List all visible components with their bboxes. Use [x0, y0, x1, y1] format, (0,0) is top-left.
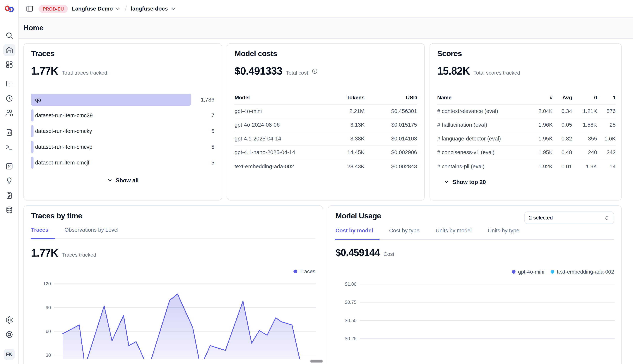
sidebar-item-exports[interactable]	[3, 204, 15, 216]
table-row[interactable]: # contextrelevance (eval)2.04K0.341.21K5…	[437, 104, 616, 118]
info-icon[interactable]	[312, 68, 318, 74]
trace-bar	[31, 141, 34, 153]
column-header: Model	[235, 94, 320, 100]
sidebar-item-dashboards[interactable]	[3, 58, 15, 71]
table-cell: gpt-4.1-nano-2025-04-14	[235, 149, 320, 156]
show-top-20-button[interactable]: Show top 20	[437, 179, 616, 185]
table-cell: 28.43K	[320, 163, 364, 169]
model-costs-title: Model costs	[235, 49, 417, 58]
list-item[interactable]: qa1,736	[31, 94, 214, 106]
table-cell: 25	[597, 122, 616, 128]
traces-tracked-stat: 1.77K	[31, 247, 58, 260]
org-switcher[interactable]: Langfuse Demo	[72, 6, 121, 12]
column-header: Name	[437, 94, 527, 100]
environment-badge[interactable]: PROD-EU	[39, 4, 68, 13]
legend-item[interactable]: text-embedding-ada-002	[551, 269, 614, 275]
table-cell: $0.456301	[364, 108, 417, 114]
trace-name: dataset-run-item-cmcvp	[35, 144, 92, 150]
list-item[interactable]: dataset-run-item-cmcjf5	[31, 156, 214, 169]
table-cell: # hallucination (eval)	[437, 122, 527, 128]
usage-chart-legend: gpt-4o-minitext-embedding-ada-002	[336, 269, 614, 275]
search-icon	[5, 32, 13, 40]
chevron-down-icon	[444, 179, 449, 185]
project-switcher[interactable]: langfuse-docs	[131, 6, 176, 12]
table-cell: gpt-4o-mini	[235, 108, 320, 114]
legend-dot	[512, 270, 516, 274]
model-usage-title: Model Usage	[336, 212, 381, 220]
svg-text:$0.75: $0.75	[345, 300, 357, 305]
table-row[interactable]: gpt-4o-2024-08-063.13K$0.015175	[235, 118, 417, 132]
legend-label: text-embedding-ada-002	[557, 269, 614, 275]
traces-by-time-tabs: TracesObservations by Level	[31, 227, 315, 239]
sidebar-item-prompts[interactable]	[3, 126, 15, 138]
tab-cost-by-type[interactable]: Cost by type	[389, 228, 419, 239]
sidebar-toggle-button[interactable]	[24, 4, 35, 14]
topbar: PROD-EU Langfuse Demo / langfuse-docs	[19, 0, 633, 18]
trace-bar	[31, 109, 34, 122]
table-row[interactable]: # conciseness-v1 (eval)1.95K0.48240242	[437, 146, 616, 159]
page-header: Home	[19, 18, 633, 39]
sidebar-item-search[interactable]	[3, 30, 15, 42]
tab-cost-by-model[interactable]: Cost by model	[336, 228, 373, 239]
usage-cost-stat: $0.459144	[336, 247, 380, 258]
sidebar-item-annotation[interactable]	[3, 175, 15, 187]
terminal-icon	[5, 143, 13, 151]
table-row[interactable]: text-embedding-ada-00228.43K$0.002843	[235, 160, 417, 173]
sidebar-item-home[interactable]	[3, 44, 15, 56]
sidebar-item-evaluation[interactable]	[3, 160, 15, 172]
tab-units-by-model[interactable]: Units by model	[436, 228, 472, 239]
sidebar-item-tracing[interactable]	[3, 78, 15, 90]
scores-table: Name#Avg01 # contextrelevance (eval)2.04…	[437, 94, 616, 173]
table-row[interactable]: gpt-4.1-2025-04-143.38K$0.014108	[235, 132, 417, 146]
table-cell: 3.38K	[320, 136, 364, 142]
show-all-button[interactable]: Show all	[31, 177, 214, 184]
table-cell: $0.014108	[364, 136, 417, 142]
column-header: 1	[597, 94, 616, 100]
table-row[interactable]: # language-detector (eval)1.95K0.823551.…	[437, 132, 616, 146]
table-cell: 1.9K	[572, 163, 597, 169]
model-select-value: 2 selected	[529, 215, 553, 221]
table-row[interactable]: gpt-4o-mini2.21M$0.456301	[235, 104, 417, 118]
sidebar-item-sessions[interactable]	[3, 92, 15, 105]
table-row[interactable]: # hallucination (eval)1.96K0.051.58K25	[437, 118, 616, 132]
tab-units-by-type[interactable]: Units by type	[488, 228, 519, 239]
total-cost: $0.491333	[235, 65, 282, 78]
table-row[interactable]: gpt-4.1-nano-2025-04-1414.45K$0.002906	[235, 146, 417, 159]
sidebar-item-settings[interactable]	[3, 314, 15, 326]
table-cell: 1.95K	[527, 149, 553, 156]
legend-dot	[293, 270, 297, 273]
usage-chart[interactable]: $1.00$0.75$0.50$0.25	[336, 276, 614, 347]
list-item[interactable]: dataset-run-item-cmc297	[31, 109, 214, 122]
sidebar-item-support[interactable]	[3, 328, 15, 341]
gear-icon	[5, 316, 13, 324]
table-cell: 14.45K	[320, 149, 364, 156]
sidebar-item-playground[interactable]	[3, 141, 15, 153]
scores-total: 15.82K	[437, 65, 470, 78]
sidebar-item-users[interactable]	[3, 107, 15, 119]
tab-observations-by-level[interactable]: Observations by Level	[65, 227, 118, 238]
trace-bar	[31, 156, 34, 169]
user-avatar[interactable]: FK	[4, 349, 15, 360]
project-name: langfuse-docs	[131, 6, 168, 12]
traces-chart[interactable]: 120906030	[31, 275, 315, 361]
model-costs-card: Model costs $0.491333 Total cost ModelTo…	[227, 43, 425, 201]
trace-count: 1,736	[201, 97, 214, 103]
legend-item[interactable]: gpt-4o-mini	[512, 269, 544, 275]
org-name: Langfuse Demo	[72, 6, 113, 12]
langfuse-logo[interactable]	[0, 0, 18, 18]
list-item[interactable]: dataset-run-item-cmcky5	[31, 125, 214, 137]
list-item[interactable]: dataset-run-item-cmcvp5	[31, 141, 214, 153]
horizontal-scrollbar-thumb[interactable]	[310, 360, 323, 363]
tab-traces[interactable]: Traces	[31, 227, 48, 238]
traces-by-time-title: Traces by time	[31, 212, 315, 220]
model-select[interactable]: 2 selected	[524, 212, 614, 224]
chevrons-up-down-icon	[604, 215, 610, 220]
legend-label: Traces	[300, 268, 315, 274]
sidebar-item-datasets[interactable]	[3, 189, 15, 202]
trace-count: 5	[211, 144, 214, 150]
panel-left-icon	[26, 5, 34, 12]
table-row[interactable]: # contains-pii (eval)1.92K0.011.9K14	[437, 160, 616, 173]
page-title: Home	[24, 24, 44, 32]
legend-item[interactable]: Traces	[293, 268, 315, 274]
table-cell: 0.82	[553, 136, 572, 142]
